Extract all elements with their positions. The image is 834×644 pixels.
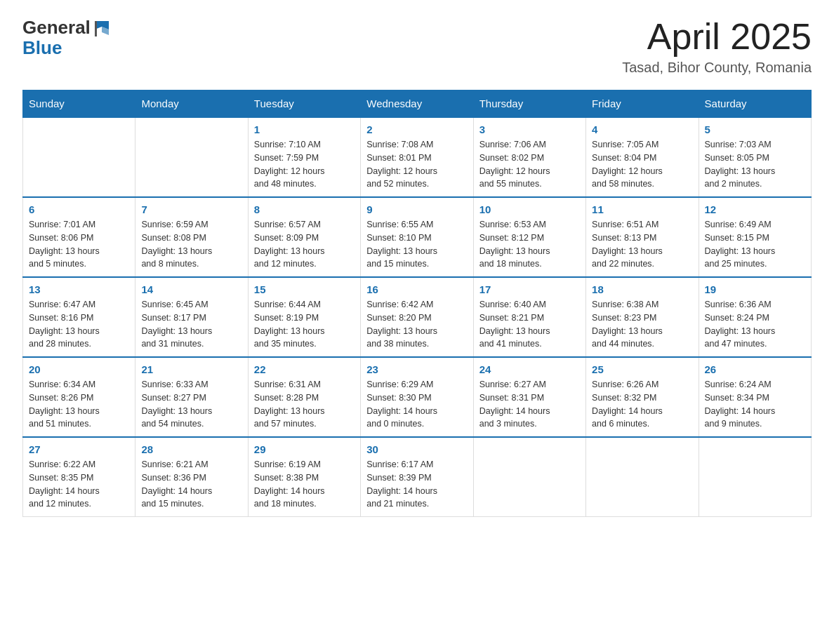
day-info: Sunrise: 7:06 AM Sunset: 8:02 PM Dayligh… xyxy=(479,138,580,191)
calendar-cell: 14Sunrise: 6:45 AM Sunset: 8:17 PM Dayli… xyxy=(135,277,248,357)
day-number: 17 xyxy=(479,283,580,295)
day-number: 28 xyxy=(141,443,241,455)
day-number: 16 xyxy=(366,283,467,295)
calendar-table: SundayMondayTuesdayWednesdayThursdayFrid… xyxy=(22,90,812,517)
day-number: 20 xyxy=(29,363,129,375)
calendar-cell: 25Sunrise: 6:26 AM Sunset: 8:32 PM Dayli… xyxy=(586,357,699,437)
day-number: 27 xyxy=(29,443,129,455)
calendar-header-wednesday: Wednesday xyxy=(361,90,473,118)
calendar-header-thursday: Thursday xyxy=(473,90,585,118)
calendar-cell: 3Sunrise: 7:06 AM Sunset: 8:02 PM Daylig… xyxy=(473,117,585,197)
day-info: Sunrise: 6:17 AM Sunset: 8:39 PM Dayligh… xyxy=(366,458,467,511)
logo-flag-icon xyxy=(92,18,112,38)
calendar-cell: 11Sunrise: 6:51 AM Sunset: 8:13 PM Dayli… xyxy=(586,197,699,277)
calendar-cell: 20Sunrise: 6:34 AM Sunset: 8:26 PM Dayli… xyxy=(23,357,135,437)
calendar-header-friday: Friday xyxy=(586,90,699,118)
calendar-cell: 17Sunrise: 6:40 AM Sunset: 8:21 PM Dayli… xyxy=(473,277,585,357)
day-number: 15 xyxy=(254,283,355,295)
day-number: 24 xyxy=(479,363,580,375)
week-row-1: 1Sunrise: 7:10 AM Sunset: 7:59 PM Daylig… xyxy=(23,117,812,197)
calendar-cell xyxy=(699,437,811,517)
day-info: Sunrise: 6:27 AM Sunset: 8:31 PM Dayligh… xyxy=(479,378,580,431)
day-info: Sunrise: 6:49 AM Sunset: 8:15 PM Dayligh… xyxy=(705,218,805,271)
week-row-3: 13Sunrise: 6:47 AM Sunset: 8:16 PM Dayli… xyxy=(23,277,812,357)
day-number: 26 xyxy=(705,363,805,375)
title-block: April 2025 Tasad, Bihor County, Romania xyxy=(622,17,812,76)
day-number: 1 xyxy=(254,123,355,135)
day-info: Sunrise: 6:47 AM Sunset: 8:16 PM Dayligh… xyxy=(29,298,129,351)
calendar-header-sunday: Sunday xyxy=(23,90,135,118)
day-number: 8 xyxy=(254,203,355,215)
day-number: 12 xyxy=(705,203,805,215)
day-info: Sunrise: 7:01 AM Sunset: 8:06 PM Dayligh… xyxy=(29,218,129,271)
day-number: 6 xyxy=(29,203,129,215)
calendar-cell: 19Sunrise: 6:36 AM Sunset: 8:24 PM Dayli… xyxy=(699,277,811,357)
logo: General Blue xyxy=(22,17,112,57)
day-number: 9 xyxy=(366,203,467,215)
day-info: Sunrise: 6:29 AM Sunset: 8:30 PM Dayligh… xyxy=(366,378,467,431)
calendar-header-saturday: Saturday xyxy=(699,90,811,118)
day-info: Sunrise: 6:55 AM Sunset: 8:10 PM Dayligh… xyxy=(366,218,467,271)
calendar-cell: 23Sunrise: 6:29 AM Sunset: 8:30 PM Dayli… xyxy=(361,357,473,437)
calendar-cell: 16Sunrise: 6:42 AM Sunset: 8:20 PM Dayli… xyxy=(361,277,473,357)
day-info: Sunrise: 6:44 AM Sunset: 8:19 PM Dayligh… xyxy=(254,298,355,351)
day-info: Sunrise: 7:10 AM Sunset: 7:59 PM Dayligh… xyxy=(254,138,355,191)
day-info: Sunrise: 6:59 AM Sunset: 8:08 PM Dayligh… xyxy=(141,218,241,271)
day-info: Sunrise: 6:31 AM Sunset: 8:28 PM Dayligh… xyxy=(254,378,355,431)
day-number: 18 xyxy=(592,283,692,295)
calendar-cell xyxy=(586,437,699,517)
calendar-cell: 2Sunrise: 7:08 AM Sunset: 8:01 PM Daylig… xyxy=(361,117,473,197)
day-number: 22 xyxy=(254,363,355,375)
calendar-cell: 6Sunrise: 7:01 AM Sunset: 8:06 PM Daylig… xyxy=(23,197,135,277)
day-number: 5 xyxy=(705,123,805,135)
day-number: 23 xyxy=(366,363,467,375)
day-info: Sunrise: 6:22 AM Sunset: 8:35 PM Dayligh… xyxy=(29,458,129,511)
calendar-cell: 29Sunrise: 6:19 AM Sunset: 8:38 PM Dayli… xyxy=(248,437,360,517)
day-number: 10 xyxy=(479,203,580,215)
calendar-cell: 28Sunrise: 6:21 AM Sunset: 8:36 PM Dayli… xyxy=(135,437,248,517)
calendar-cell xyxy=(473,437,585,517)
day-info: Sunrise: 7:08 AM Sunset: 8:01 PM Dayligh… xyxy=(366,138,467,191)
day-number: 13 xyxy=(29,283,129,295)
week-row-2: 6Sunrise: 7:01 AM Sunset: 8:06 PM Daylig… xyxy=(23,197,812,277)
day-number: 3 xyxy=(479,123,580,135)
logo-general-text: General xyxy=(22,17,91,39)
day-info: Sunrise: 6:45 AM Sunset: 8:17 PM Dayligh… xyxy=(141,298,241,351)
day-number: 25 xyxy=(592,363,692,375)
day-info: Sunrise: 6:33 AM Sunset: 8:27 PM Dayligh… xyxy=(141,378,241,431)
calendar-header-monday: Monday xyxy=(135,90,248,118)
day-info: Sunrise: 6:34 AM Sunset: 8:26 PM Dayligh… xyxy=(29,378,129,431)
calendar-cell: 12Sunrise: 6:49 AM Sunset: 8:15 PM Dayli… xyxy=(699,197,811,277)
day-info: Sunrise: 6:40 AM Sunset: 8:21 PM Dayligh… xyxy=(479,298,580,351)
day-number: 29 xyxy=(254,443,355,455)
calendar-cell: 1Sunrise: 7:10 AM Sunset: 7:59 PM Daylig… xyxy=(248,117,360,197)
day-info: Sunrise: 6:26 AM Sunset: 8:32 PM Dayligh… xyxy=(592,378,692,431)
day-number: 14 xyxy=(141,283,241,295)
calendar-cell: 18Sunrise: 6:38 AM Sunset: 8:23 PM Dayli… xyxy=(586,277,699,357)
day-info: Sunrise: 7:03 AM Sunset: 8:05 PM Dayligh… xyxy=(705,138,805,191)
calendar-cell: 21Sunrise: 6:33 AM Sunset: 8:27 PM Dayli… xyxy=(135,357,248,437)
day-number: 7 xyxy=(141,203,241,215)
day-info: Sunrise: 6:42 AM Sunset: 8:20 PM Dayligh… xyxy=(366,298,467,351)
month-title: April 2025 xyxy=(622,17,812,57)
logo-blue-text: Blue xyxy=(22,39,62,57)
svg-rect-2 xyxy=(95,21,97,36)
calendar-header-tuesday: Tuesday xyxy=(248,90,360,118)
calendar-cell: 8Sunrise: 6:57 AM Sunset: 8:09 PM Daylig… xyxy=(248,197,360,277)
day-info: Sunrise: 6:51 AM Sunset: 8:13 PM Dayligh… xyxy=(592,218,692,271)
logo-line1: General xyxy=(22,17,112,39)
day-number: 19 xyxy=(705,283,805,295)
day-number: 11 xyxy=(592,203,692,215)
day-number: 21 xyxy=(141,363,241,375)
calendar-cell: 5Sunrise: 7:03 AM Sunset: 8:05 PM Daylig… xyxy=(699,117,811,197)
day-info: Sunrise: 6:38 AM Sunset: 8:23 PM Dayligh… xyxy=(592,298,692,351)
day-number: 4 xyxy=(592,123,692,135)
page-header: General Blue April 2025 Tasad, Bihor Cou… xyxy=(22,17,812,76)
calendar-cell: 4Sunrise: 7:05 AM Sunset: 8:04 PM Daylig… xyxy=(586,117,699,197)
calendar-cell: 10Sunrise: 6:53 AM Sunset: 8:12 PM Dayli… xyxy=(473,197,585,277)
calendar-cell: 22Sunrise: 6:31 AM Sunset: 8:28 PM Dayli… xyxy=(248,357,360,437)
calendar-cell xyxy=(23,117,135,197)
day-info: Sunrise: 6:24 AM Sunset: 8:34 PM Dayligh… xyxy=(705,378,805,431)
day-number: 2 xyxy=(366,123,467,135)
day-info: Sunrise: 6:36 AM Sunset: 8:24 PM Dayligh… xyxy=(705,298,805,351)
